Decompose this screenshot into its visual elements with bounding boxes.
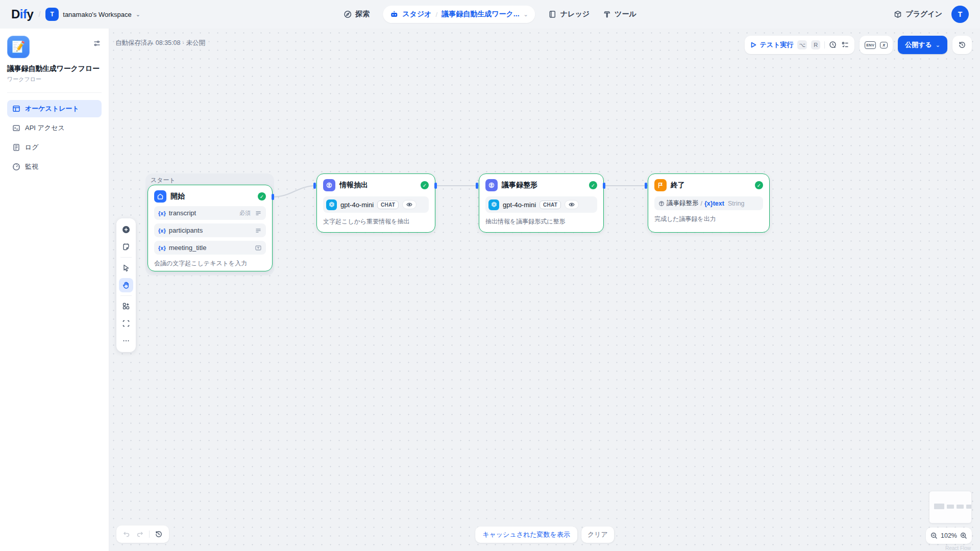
output-variable-name: {x}text [704,200,724,207]
node-title: 終了 [671,181,751,190]
app-mode-label: ワークフロー [7,76,102,83]
nav-item-label: ナレッジ [560,10,590,19]
test-run-button[interactable]: テスト実行 [750,40,794,49]
nav-center: 探索 スタジオ / 議事録自動生成ワーク... ⌄ ナレッジ ツール [344,0,636,29]
react-flow-attribution: React Flow [945,545,971,551]
variable-row-meeting-title[interactable]: {x} meeting_title [154,241,266,255]
settings-sliders-icon[interactable] [93,40,101,49]
chevron-down-icon[interactable]: ⌄ [524,12,528,17]
node-end[interactable]: 終了 ✓ 議事録整形 / {x}text String 完成した議事録を出力 [648,173,770,233]
organize-blocks-button[interactable] [119,299,133,313]
shortcut-r-key: R [811,40,820,49]
user-avatar[interactable]: T [951,6,969,23]
workflow-canvas[interactable]: 自動保存済み 08:35:08 · 未公開 テスト実行 ⌥ R ENV [109,29,980,551]
required-badge: 必須 [239,209,251,217]
model-name: gpt-4o-mini [340,201,374,209]
nav-item-label: ツール [615,10,636,19]
nav-item-knowledge[interactable]: ナレッジ [549,10,590,19]
source-handle[interactable] [434,183,437,189]
version-history-button[interactable] [952,36,972,54]
nav-item-label: プラグイン [905,10,942,19]
run-history-icon[interactable] [829,41,837,49]
sidebar-item-monitoring[interactable]: 監視 [7,158,102,176]
clear-button[interactable]: クリア [581,527,614,543]
zoom-out-button[interactable] [930,532,938,539]
node-title: 開始 [170,192,254,201]
sidebar-item-orchestrate[interactable]: オーケストレート [7,100,102,117]
nav-item-plugins[interactable]: プラグイン [894,10,942,19]
nav-item-label: 探索 [355,10,370,19]
zoom-level[interactable]: 102% [941,532,957,539]
sidebar-item-label: ログ [25,143,39,152]
node-llm-format[interactable]: 議事録整形 ✓ gpt-4o-mini CHAT 抽出情報を議事録形式に整形 [479,173,604,233]
divider [149,531,150,538]
success-check-icon: ✓ [589,181,597,189]
target-handle[interactable] [645,183,647,189]
more-options-button[interactable] [119,334,133,348]
undo-button[interactable] [122,530,131,538]
add-node-button[interactable] [119,222,133,237]
fit-view-button[interactable] [119,316,133,331]
node-title: 議事録整形 [502,181,585,190]
add-note-button[interactable] [119,240,133,254]
frame-icon [122,319,130,328]
breadcrumb-studio[interactable]: スタジオ [402,10,431,19]
variable-icon: {x} [158,245,166,251]
hammer-icon [603,10,611,18]
node-title: 情報抽出 [339,181,416,190]
node-header: 情報抽出 ✓ [323,179,429,191]
variable-inspector-icon[interactable]: x [880,42,888,48]
dify-logo[interactable]: Dify [11,7,33,21]
vision-eye-icon [565,200,579,209]
window-icon [12,105,20,113]
target-handle[interactable] [313,183,316,189]
workspace-avatar: T [45,8,59,21]
nav-item-tools[interactable]: ツール [603,10,636,19]
minimap-node [966,505,972,509]
minimap[interactable] [929,491,972,523]
model-row[interactable]: gpt-4o-mini CHAT [323,196,429,213]
show-cached-variables-button[interactable]: キャッシュされた変数を表示 [475,527,577,543]
sidebar-item-api-access[interactable]: API アクセス [7,119,102,137]
studio-breadcrumb-pill[interactable]: スタジオ / 議事録自動生成ワーク... ⌄ [383,6,535,23]
publish-button[interactable]: 公開する ⌄ [898,36,947,54]
success-check-icon: ✓ [421,181,429,189]
source-handle[interactable] [272,194,274,200]
sidebar-item-logs[interactable]: ログ [7,139,102,156]
chat-mode-badge: CHAT [540,201,561,209]
output-variable-row[interactable]: 議事録整形 / {x}text String [654,196,763,210]
cached-variables-bar: キャッシュされた変数を表示 クリア [475,527,614,543]
llm-icon [323,179,335,191]
pointer-mode-button[interactable] [119,261,133,275]
openai-icon [326,199,337,210]
divider [120,295,132,296]
variable-row-transcript[interactable]: {x} transcript 必須 [154,206,266,220]
log-document-icon [12,143,20,152]
chevron-down-icon: ⌄ [136,12,140,17]
nav-item-explore[interactable]: 探索 [344,10,370,19]
workspace-name: tanamako's Workspace [63,11,131,18]
divider [7,92,102,93]
target-handle[interactable] [476,183,478,189]
breadcrumb-app-name[interactable]: 議事録自動生成ワーク... [442,10,519,19]
model-row[interactable]: gpt-4o-mini CHAT [485,196,597,213]
node-llm-extract[interactable]: 情報抽出 ✓ gpt-4o-mini CHAT 文字起こしから重要情報を抽出 [316,173,435,233]
checklist-icon[interactable] [841,41,849,49]
source-handle[interactable] [603,183,605,189]
app-sidebar: 📝 議事録自動生成ワークフロー ワークフロー オーケストレート API アクセス… [0,29,109,551]
variable-row-participants[interactable]: {x} participants [154,223,266,237]
change-history-button[interactable] [155,530,163,538]
redo-button[interactable] [136,530,144,538]
hand-mode-button[interactable] [119,278,133,292]
zoom-in-button[interactable] [960,532,967,539]
canvas-toolbar: テスト実行 ⌥ R ENV x 公開する ⌄ [745,36,972,54]
zoom-control: 102% [926,528,972,544]
test-run-label: テスト実行 [760,40,794,49]
breadcrumb-separator: / [436,11,438,18]
workspace-selector[interactable]: T tanamako's Workspace ⌄ [45,8,140,21]
flag-icon [654,179,667,191]
env-variables-icon[interactable]: ENV [865,41,876,49]
shortcut-alt-key: ⌥ [797,40,807,49]
success-check-icon: ✓ [755,181,763,189]
node-start[interactable]: 開始 ✓ {x} transcript 必須 {x} participants … [148,185,273,271]
